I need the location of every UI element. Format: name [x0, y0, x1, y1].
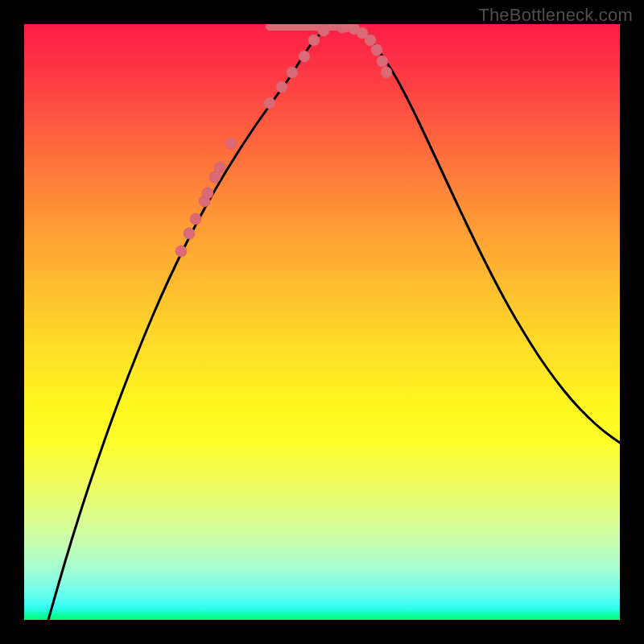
data-point [308, 35, 320, 46]
data-point [377, 56, 388, 67]
data-point [202, 188, 213, 199]
watermark-text: TheBottleneck.com [478, 5, 633, 26]
bottleneck-curve [48, 27, 620, 620]
data-point [318, 25, 329, 36]
curve-svg [24, 24, 620, 620]
data-point [365, 35, 376, 46]
data-point [264, 97, 275, 109]
curve-path [48, 27, 620, 620]
data-point [371, 44, 382, 56]
chart-frame: TheBottleneck.com [0, 0, 644, 644]
data-point [225, 138, 237, 149]
data-point [276, 81, 287, 93]
data-point [190, 213, 201, 225]
data-point [381, 67, 392, 78]
data-point [214, 162, 225, 173]
data-point [299, 51, 310, 62]
data-point [287, 67, 298, 78]
data-point [175, 246, 187, 257]
data-point [184, 228, 195, 239]
plot-area [24, 24, 620, 620]
data-points [175, 24, 392, 257]
